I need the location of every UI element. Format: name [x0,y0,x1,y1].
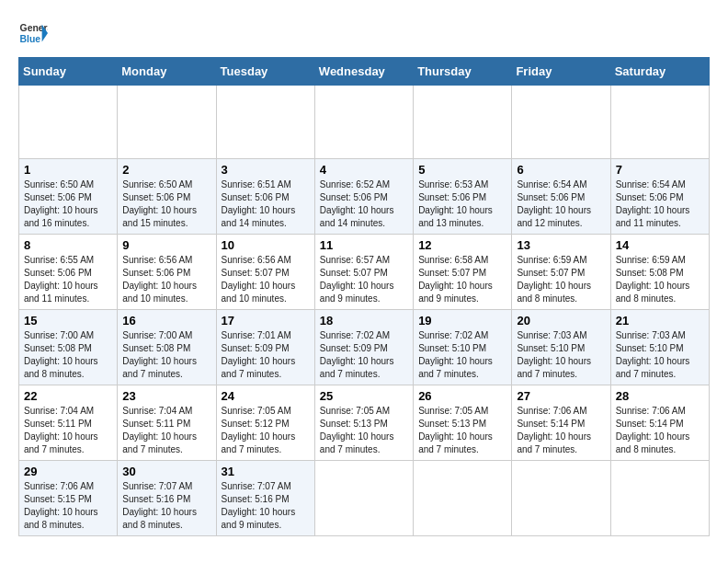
day-info: Sunrise: 7:03 AM Sunset: 5:10 PM Dayligh… [616,329,704,381]
weekday-header-friday: Friday [512,58,610,86]
calendar-week-3: 15Sunrise: 7:00 AM Sunset: 5:08 PM Dayli… [19,310,710,385]
day-info: Sunrise: 6:58 AM Sunset: 5:07 PM Dayligh… [418,254,506,305]
calendar-cell [414,461,512,536]
day-info: Sunrise: 7:02 AM Sunset: 5:09 PM Dayligh… [320,329,408,381]
day-number: 2 [122,163,210,177]
day-info: Sunrise: 7:05 AM Sunset: 5:13 PM Dayligh… [418,405,506,456]
day-info: Sunrise: 6:57 AM Sunset: 5:07 PM Dayligh… [320,254,408,305]
calendar-cell [414,86,512,159]
calendar-cell [314,86,413,159]
day-info: Sunrise: 6:55 AM Sunset: 5:06 PM Dayligh… [24,254,112,305]
calendar-cell: 29Sunrise: 7:06 AM Sunset: 5:15 PM Dayli… [19,461,118,536]
day-number: 15 [24,314,112,327]
day-info: Sunrise: 6:51 AM Sunset: 5:06 PM Dayligh… [222,178,310,230]
day-number: 22 [24,389,112,403]
day-number: 5 [418,163,506,177]
day-number: 1 [24,163,112,177]
calendar-cell: 31Sunrise: 7:07 AM Sunset: 5:16 PM Dayli… [216,461,314,536]
day-info: Sunrise: 6:56 AM Sunset: 5:07 PM Dayligh… [222,254,310,305]
day-number: 6 [517,163,605,177]
day-info: Sunrise: 7:06 AM Sunset: 5:14 PM Dayligh… [517,405,605,456]
logo: General Blue [18,18,48,48]
day-number: 26 [418,389,506,403]
day-number: 10 [222,238,310,252]
weekday-header-monday: Monday [118,58,216,86]
day-info: Sunrise: 6:59 AM Sunset: 5:07 PM Dayligh… [517,254,605,305]
day-number: 16 [122,314,210,327]
day-info: Sunrise: 7:07 AM Sunset: 5:16 PM Dayligh… [122,480,210,532]
calendar-week-5: 29Sunrise: 7:06 AM Sunset: 5:15 PM Dayli… [19,461,710,536]
logo-icon: General Blue [18,18,48,48]
calendar-cell: 11Sunrise: 6:57 AM Sunset: 5:07 PM Dayli… [314,235,413,310]
weekday-header-row: SundayMondayTuesdayWednesdayThursdayFrid… [19,58,710,86]
day-number: 14 [616,238,704,252]
weekday-header-saturday: Saturday [610,58,709,86]
calendar-cell: 30Sunrise: 7:07 AM Sunset: 5:16 PM Dayli… [118,461,216,536]
day-info: Sunrise: 7:05 AM Sunset: 5:13 PM Dayligh… [320,405,408,456]
calendar-week-0 [19,86,710,159]
calendar-cell [512,461,610,536]
calendar-cell: 7Sunrise: 6:54 AM Sunset: 5:06 PM Daylig… [610,159,709,235]
day-info: Sunrise: 6:52 AM Sunset: 5:06 PM Dayligh… [320,178,408,230]
day-info: Sunrise: 7:04 AM Sunset: 5:11 PM Dayligh… [24,405,112,456]
day-number: 23 [122,389,210,403]
calendar-cell [216,86,314,159]
weekday-header-wednesday: Wednesday [314,58,413,86]
day-number: 18 [320,314,408,327]
day-info: Sunrise: 6:59 AM Sunset: 5:08 PM Dayligh… [616,254,704,305]
day-number: 11 [320,238,408,252]
svg-text:Blue: Blue [20,34,41,44]
day-number: 27 [517,389,605,403]
calendar-cell: 17Sunrise: 7:01 AM Sunset: 5:09 PM Dayli… [216,310,314,385]
day-info: Sunrise: 7:06 AM Sunset: 5:15 PM Dayligh… [24,480,112,532]
calendar-week-2: 8Sunrise: 6:55 AM Sunset: 5:06 PM Daylig… [19,235,710,310]
calendar-week-4: 22Sunrise: 7:04 AM Sunset: 5:11 PM Dayli… [19,385,710,461]
calendar-cell: 24Sunrise: 7:05 AM Sunset: 5:12 PM Dayli… [216,385,314,461]
weekday-header-sunday: Sunday [19,58,118,86]
calendar-cell: 16Sunrise: 7:00 AM Sunset: 5:08 PM Dayli… [118,310,216,385]
day-number: 17 [222,314,310,327]
calendar-cell: 10Sunrise: 6:56 AM Sunset: 5:07 PM Dayli… [216,235,314,310]
day-number: 4 [320,163,408,177]
calendar-cell: 8Sunrise: 6:55 AM Sunset: 5:06 PM Daylig… [19,235,118,310]
calendar-cell: 27Sunrise: 7:06 AM Sunset: 5:14 PM Dayli… [512,385,610,461]
day-info: Sunrise: 6:54 AM Sunset: 5:06 PM Dayligh… [517,178,605,230]
day-number: 31 [222,465,310,478]
calendar-cell: 13Sunrise: 6:59 AM Sunset: 5:07 PM Dayli… [512,235,610,310]
day-info: Sunrise: 7:07 AM Sunset: 5:16 PM Dayligh… [222,480,310,532]
day-info: Sunrise: 6:50 AM Sunset: 5:06 PM Dayligh… [122,178,210,230]
day-info: Sunrise: 7:00 AM Sunset: 5:08 PM Dayligh… [24,329,112,381]
calendar-cell: 19Sunrise: 7:02 AM Sunset: 5:10 PM Dayli… [414,310,512,385]
calendar-cell [19,86,118,159]
day-info: Sunrise: 7:04 AM Sunset: 5:11 PM Dayligh… [122,405,210,456]
calendar-cell: 6Sunrise: 6:54 AM Sunset: 5:06 PM Daylig… [512,159,610,235]
day-number: 7 [616,163,704,177]
calendar-cell: 5Sunrise: 6:53 AM Sunset: 5:06 PM Daylig… [414,159,512,235]
calendar-cell: 25Sunrise: 7:05 AM Sunset: 5:13 PM Dayli… [314,385,413,461]
day-info: Sunrise: 7:01 AM Sunset: 5:09 PM Dayligh… [222,329,310,381]
calendar-cell: 12Sunrise: 6:58 AM Sunset: 5:07 PM Dayli… [414,235,512,310]
day-number: 9 [122,238,210,252]
day-number: 24 [222,389,310,403]
calendar-cell: 18Sunrise: 7:02 AM Sunset: 5:09 PM Dayli… [314,310,413,385]
day-info: Sunrise: 6:56 AM Sunset: 5:06 PM Dayligh… [122,254,210,305]
calendar-cell: 4Sunrise: 6:52 AM Sunset: 5:06 PM Daylig… [314,159,413,235]
day-info: Sunrise: 6:50 AM Sunset: 5:06 PM Dayligh… [24,178,112,230]
calendar-cell: 3Sunrise: 6:51 AM Sunset: 5:06 PM Daylig… [216,159,314,235]
day-info: Sunrise: 7:02 AM Sunset: 5:10 PM Dayligh… [418,329,506,381]
day-info: Sunrise: 7:05 AM Sunset: 5:12 PM Dayligh… [222,405,310,456]
calendar-body: 1Sunrise: 6:50 AM Sunset: 5:06 PM Daylig… [19,86,710,536]
calendar-cell: 21Sunrise: 7:03 AM Sunset: 5:10 PM Dayli… [610,310,709,385]
calendar-cell: 22Sunrise: 7:04 AM Sunset: 5:11 PM Dayli… [19,385,118,461]
day-number: 8 [24,238,112,252]
day-number: 19 [418,314,506,327]
calendar-cell: 14Sunrise: 6:59 AM Sunset: 5:08 PM Dayli… [610,235,709,310]
day-number: 3 [222,163,310,177]
calendar-cell: 2Sunrise: 6:50 AM Sunset: 5:06 PM Daylig… [118,159,216,235]
day-info: Sunrise: 7:00 AM Sunset: 5:08 PM Dayligh… [122,329,210,381]
calendar-cell [314,461,413,536]
weekday-header-thursday: Thursday [414,58,512,86]
day-number: 25 [320,389,408,403]
day-number: 21 [616,314,704,327]
weekday-header-tuesday: Tuesday [216,58,314,86]
